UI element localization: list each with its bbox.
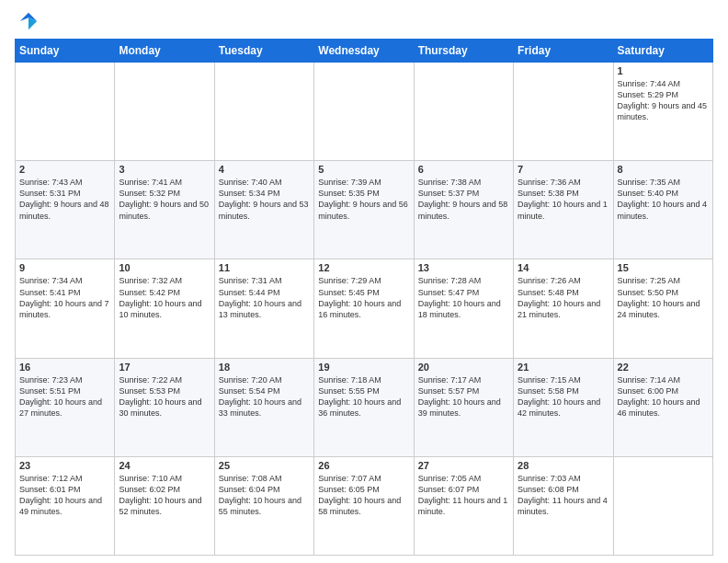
calendar-cell: 28Sunrise: 7:03 AM Sunset: 6:08 PM Dayli…: [514, 456, 613, 555]
day-number: 25: [219, 460, 310, 471]
calendar-cell: 14Sunrise: 7:26 AM Sunset: 5:48 PM Dayli…: [514, 259, 613, 358]
calendar-cell: 10Sunrise: 7:32 AM Sunset: 5:42 PM Dayli…: [115, 259, 214, 358]
page: SundayMondayTuesdayWednesdayThursdayFrid…: [0, 0, 728, 563]
calendar-cell: [314, 63, 414, 161]
cell-content: Sunrise: 7:40 AM Sunset: 5:34 PM Dayligh…: [219, 177, 310, 222]
cell-content: Sunrise: 7:12 AM Sunset: 6:01 PM Dayligh…: [19, 473, 110, 518]
cell-content: Sunrise: 7:35 AM Sunset: 5:40 PM Dayligh…: [618, 177, 709, 222]
cell-content: Sunrise: 7:07 AM Sunset: 6:05 PM Dayligh…: [318, 473, 409, 518]
calendar-cell: [613, 456, 712, 555]
cell-content: Sunrise: 7:03 AM Sunset: 6:08 PM Dayligh…: [518, 473, 609, 518]
cell-content: Sunrise: 7:08 AM Sunset: 6:04 PM Dayligh…: [219, 473, 310, 518]
day-number: 15: [618, 262, 709, 273]
calendar-cell: 13Sunrise: 7:28 AM Sunset: 5:47 PM Dayli…: [414, 259, 513, 358]
cell-content: Sunrise: 7:34 AM Sunset: 5:41 PM Dayligh…: [19, 275, 110, 320]
cell-content: Sunrise: 7:20 AM Sunset: 5:54 PM Dayligh…: [219, 374, 310, 419]
calendar-cell: 12Sunrise: 7:29 AM Sunset: 5:45 PM Dayli…: [314, 259, 414, 358]
calendar-cell: 27Sunrise: 7:05 AM Sunset: 6:07 PM Dayli…: [414, 456, 513, 555]
header-day: Wednesday: [314, 40, 414, 63]
calendar-cell: 25Sunrise: 7:08 AM Sunset: 6:04 PM Dayli…: [214, 456, 313, 555]
cell-content: Sunrise: 7:15 AM Sunset: 5:58 PM Dayligh…: [518, 374, 609, 419]
cell-content: Sunrise: 7:23 AM Sunset: 5:51 PM Dayligh…: [19, 374, 110, 419]
calendar-cell: 2Sunrise: 7:43 AM Sunset: 5:31 PM Daylig…: [16, 161, 115, 259]
calendar-row: 23Sunrise: 7:12 AM Sunset: 6:01 PM Dayli…: [16, 456, 713, 555]
day-number: 2: [19, 164, 110, 175]
calendar-cell: 3Sunrise: 7:41 AM Sunset: 5:32 PM Daylig…: [115, 161, 214, 259]
day-number: 3: [119, 164, 210, 175]
cell-content: Sunrise: 7:31 AM Sunset: 5:44 PM Dayligh…: [219, 275, 310, 320]
calendar-cell: [514, 63, 613, 161]
header: [15, 11, 713, 31]
header-day: Thursday: [414, 40, 513, 63]
calendar-cell: 11Sunrise: 7:31 AM Sunset: 5:44 PM Dayli…: [214, 259, 313, 358]
calendar-cell: 21Sunrise: 7:15 AM Sunset: 5:58 PM Dayli…: [514, 358, 613, 456]
logo: [15, 15, 39, 31]
calendar-cell: 22Sunrise: 7:14 AM Sunset: 6:00 PM Dayli…: [613, 358, 712, 456]
day-number: 5: [318, 164, 409, 175]
calendar-row: 2Sunrise: 7:43 AM Sunset: 5:31 PM Daylig…: [16, 161, 713, 259]
day-number: 23: [19, 460, 110, 471]
cell-content: Sunrise: 7:05 AM Sunset: 6:07 PM Dayligh…: [418, 473, 509, 518]
calendar-cell: [16, 63, 115, 161]
day-number: 20: [418, 362, 509, 373]
cell-content: Sunrise: 7:25 AM Sunset: 5:50 PM Dayligh…: [618, 275, 709, 320]
cell-content: Sunrise: 7:36 AM Sunset: 5:38 PM Dayligh…: [518, 177, 609, 222]
logo-icon: [18, 11, 39, 31]
calendar-cell: 15Sunrise: 7:25 AM Sunset: 5:50 PM Dayli…: [613, 259, 712, 358]
day-number: 14: [518, 262, 609, 273]
day-number: 4: [219, 164, 310, 175]
cell-content: Sunrise: 7:17 AM Sunset: 5:57 PM Dayligh…: [418, 374, 509, 419]
calendar-cell: 6Sunrise: 7:38 AM Sunset: 5:37 PM Daylig…: [414, 161, 513, 259]
calendar-cell: 17Sunrise: 7:22 AM Sunset: 5:53 PM Dayli…: [115, 358, 214, 456]
day-number: 19: [318, 362, 409, 373]
calendar-cell: 8Sunrise: 7:35 AM Sunset: 5:40 PM Daylig…: [613, 161, 712, 259]
day-number: 16: [19, 362, 110, 373]
calendar-table: SundayMondayTuesdayWednesdayThursdayFrid…: [15, 39, 713, 556]
day-number: 9: [19, 262, 110, 273]
day-number: 10: [119, 262, 210, 273]
cell-content: Sunrise: 7:26 AM Sunset: 5:48 PM Dayligh…: [518, 275, 609, 320]
calendar-cell: 16Sunrise: 7:23 AM Sunset: 5:51 PM Dayli…: [16, 358, 115, 456]
day-number: 21: [518, 362, 609, 373]
day-number: 26: [318, 460, 409, 471]
calendar-row: 9Sunrise: 7:34 AM Sunset: 5:41 PM Daylig…: [16, 259, 713, 358]
day-number: 11: [219, 262, 310, 273]
calendar-header: SundayMondayTuesdayWednesdayThursdayFrid…: [16, 40, 713, 63]
calendar-cell: 23Sunrise: 7:12 AM Sunset: 6:01 PM Dayli…: [16, 456, 115, 555]
cell-content: Sunrise: 7:38 AM Sunset: 5:37 PM Dayligh…: [418, 177, 509, 222]
day-number: 13: [418, 262, 509, 273]
day-number: 27: [418, 460, 509, 471]
cell-content: Sunrise: 7:18 AM Sunset: 5:55 PM Dayligh…: [318, 374, 409, 419]
header-day: Sunday: [16, 40, 115, 63]
cell-content: Sunrise: 7:39 AM Sunset: 5:35 PM Dayligh…: [318, 177, 409, 222]
calendar-row: 16Sunrise: 7:23 AM Sunset: 5:51 PM Dayli…: [16, 358, 713, 456]
calendar-cell: 1Sunrise: 7:44 AM Sunset: 5:29 PM Daylig…: [613, 63, 712, 161]
cell-content: Sunrise: 7:22 AM Sunset: 5:53 PM Dayligh…: [119, 374, 210, 419]
day-number: 12: [318, 262, 409, 273]
header-day: Saturday: [613, 40, 712, 63]
cell-content: Sunrise: 7:41 AM Sunset: 5:32 PM Dayligh…: [119, 177, 210, 222]
calendar-cell: 9Sunrise: 7:34 AM Sunset: 5:41 PM Daylig…: [16, 259, 115, 358]
day-number: 17: [119, 362, 210, 373]
day-number: 18: [219, 362, 310, 373]
cell-content: Sunrise: 7:10 AM Sunset: 6:02 PM Dayligh…: [119, 473, 210, 518]
calendar-cell: 4Sunrise: 7:40 AM Sunset: 5:34 PM Daylig…: [214, 161, 313, 259]
day-number: 22: [618, 362, 709, 373]
cell-content: Sunrise: 7:29 AM Sunset: 5:45 PM Dayligh…: [318, 275, 409, 320]
header-day: Friday: [514, 40, 613, 63]
cell-content: Sunrise: 7:14 AM Sunset: 6:00 PM Dayligh…: [618, 374, 709, 419]
header-row: SundayMondayTuesdayWednesdayThursdayFrid…: [16, 40, 713, 63]
cell-content: Sunrise: 7:43 AM Sunset: 5:31 PM Dayligh…: [19, 177, 110, 222]
calendar-cell: 19Sunrise: 7:18 AM Sunset: 5:55 PM Dayli…: [314, 358, 414, 456]
calendar-cell: [214, 63, 313, 161]
calendar-cell: 5Sunrise: 7:39 AM Sunset: 5:35 PM Daylig…: [314, 161, 414, 259]
header-day: Monday: [115, 40, 214, 63]
calendar-cell: [414, 63, 513, 161]
day-number: 6: [418, 164, 509, 175]
calendar-cell: [115, 63, 214, 161]
calendar-cell: 20Sunrise: 7:17 AM Sunset: 5:57 PM Dayli…: [414, 358, 513, 456]
calendar-cell: 7Sunrise: 7:36 AM Sunset: 5:38 PM Daylig…: [514, 161, 613, 259]
day-number: 28: [518, 460, 609, 471]
calendar-body: 1Sunrise: 7:44 AM Sunset: 5:29 PM Daylig…: [16, 63, 713, 556]
day-number: 24: [119, 460, 210, 471]
